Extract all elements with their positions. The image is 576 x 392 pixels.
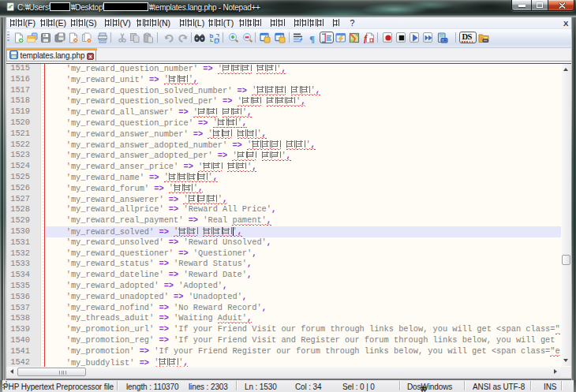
svg-text:b: b [209,32,213,39]
svg-text:a: a [215,37,218,43]
svg-text:¶: ¶ [309,32,315,43]
